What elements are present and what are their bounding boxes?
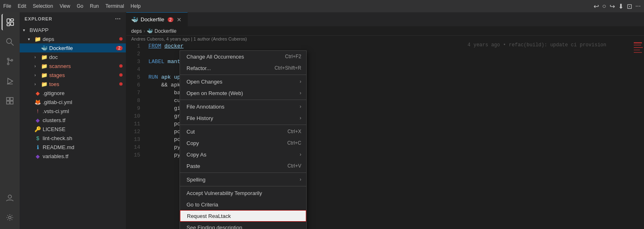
menu-item-change-all[interactable]: Change All Occurrences Ctrl+F2 <box>180 51 306 62</box>
minimap-svg <box>611 42 644 206</box>
chevron-down-icon: ▾ <box>28 37 34 41</box>
chevron-right-icon: › <box>34 82 41 86</box>
svg-rect-21 <box>634 47 643 48</box>
svg-marker-11 <box>8 78 13 84</box>
menu-bar[interactable]: File Edit Selection View Go Run Terminal… <box>3 3 141 9</box>
menu-item-file-annotations[interactable]: File Annotations › <box>180 101 306 112</box>
menu-item-paste[interactable]: Paste Ctrl+V <box>180 160 306 172</box>
settings-activity-icon[interactable] <box>2 209 18 226</box>
tree-root-bwapp[interactable]: ▾ BWAPP <box>20 25 126 34</box>
run-activity-icon[interactable] <box>2 73 18 89</box>
chevron-right-icon: › <box>34 64 41 68</box>
sidebar-item-license[interactable]: ▾ 🔑 LICENSE <box>20 125 126 134</box>
circle-icon[interactable]: ○ <box>602 2 606 10</box>
sidebar-header-icons: ··· <box>115 16 121 22</box>
tree-label-clusters: clusters.tf <box>43 117 126 123</box>
sidebar-title: EXPLORER <box>25 16 52 21</box>
svg-rect-22 <box>634 50 640 50</box>
shell-icon: $ <box>34 135 41 141</box>
breadcrumb-deps[interactable]: deps <box>131 28 142 34</box>
code-line-1: FROM docker <box>148 42 611 50</box>
tab-docker-icon: 🐳 <box>131 16 138 23</box>
menu-item-cut[interactable]: Cut Ctrl+X <box>180 126 306 137</box>
tree-root-label: BWAPP <box>30 27 126 33</box>
svg-rect-19 <box>634 42 642 43</box>
menu-view[interactable]: View <box>59 3 70 9</box>
folder-icon: 📁 <box>41 81 48 87</box>
menu-item-copy[interactable]: Copy Ctrl+C <box>180 137 306 149</box>
badge-dot <box>119 82 123 86</box>
menu-item-request-reattack[interactable]: Request ReaLtack <box>180 210 306 222</box>
tree-label-deps: deps <box>43 36 119 42</box>
breadcrumb-dockerfile[interactable]: Dockerfile <box>155 28 176 34</box>
explorer-activity-icon[interactable] <box>2 14 18 30</box>
title-bar-actions: ↩ ○ ↪ ⬇ ⊡ ··· <box>594 2 641 10</box>
menu-item-open-remote[interactable]: Open on Remote (Web) › <box>180 87 306 99</box>
menu-go[interactable]: Go <box>77 3 83 9</box>
yaml-icon: ! <box>34 108 41 114</box>
info-icon: ℹ <box>34 144 41 150</box>
svg-rect-0 <box>7 19 10 23</box>
menu-item-go-to-criteria[interactable]: Go to Criteria <box>180 199 306 210</box>
sidebar-item-readme[interactable]: ▾ ℹ README.md <box>20 143 126 152</box>
breadcrumb: deps › 🐳 Dockerfile <box>126 27 644 36</box>
svg-rect-3 <box>7 24 10 26</box>
breadcrumb-separator: › <box>143 28 145 34</box>
sidebar-item-scanners[interactable]: › 📁 scanners <box>20 61 126 70</box>
activity-bar <box>0 12 20 229</box>
tree-label-gitlab-ci: .gitlab-ci.yml <box>43 99 126 105</box>
terraform-icon: ◆ <box>34 117 41 123</box>
badge-dot <box>119 73 123 77</box>
folder-icon: 📁 <box>41 72 48 78</box>
menu-item-accept-vuln[interactable]: Accept Vulnerability Temporarily <box>180 187 306 199</box>
search-activity-icon[interactable] <box>2 34 18 50</box>
menu-edit[interactable]: Edit <box>18 3 26 9</box>
sidebar-item-toes[interactable]: › 📁 toes <box>20 79 126 88</box>
sidebar-item-gitlab-ci[interactable]: ▾ 🦊 .gitlab-ci.yml <box>20 97 126 107</box>
menu-selection[interactable]: Selection <box>33 3 53 9</box>
more-icon[interactable]: ··· <box>635 2 641 10</box>
svg-rect-15 <box>7 101 9 104</box>
menu-item-copy-as[interactable]: Copy As › <box>180 149 306 160</box>
badge-dot <box>119 64 123 68</box>
sidebar-item-variables[interactable]: ▾ ◆ variables.tf <box>20 152 126 161</box>
dockerfile-tab[interactable]: 🐳 Dockerfile 2 ✕ <box>126 12 188 26</box>
tree-label-scanners: scanners <box>49 63 119 69</box>
code-editor[interactable]: 1 2 3 4 5 6 7 8 9 10 11 12 13 14 15 FROM… <box>126 42 644 229</box>
menu-help[interactable]: Help <box>131 3 141 9</box>
sidebar-item-gitignore[interactable]: ▾ ◆ .gitignore <box>20 88 126 97</box>
sidebar-item-deps[interactable]: ▾ 📁 deps <box>20 34 126 43</box>
account-activity-icon[interactable] <box>2 190 18 206</box>
tree-label-readme: README.md <box>43 144 126 150</box>
menu-item-see-finding[interactable]: See Finding description <box>180 222 306 229</box>
menu-item-refactor[interactable]: Refactor... Ctrl+Shift+R <box>180 62 306 74</box>
tab-close-icon[interactable]: ✕ <box>176 16 182 24</box>
extensions-activity-icon[interactable] <box>2 93 18 109</box>
sidebar-item-doc[interactable]: › 📁 doc <box>20 52 126 61</box>
menu-item-file-history[interactable]: File History › <box>180 112 306 124</box>
split-icon[interactable]: ⊡ <box>627 2 632 10</box>
menu-file[interactable]: File <box>3 3 11 9</box>
sidebar-item-vsts-ci[interactable]: ▾ ! .vsts-ci.yml <box>20 107 126 116</box>
redo-icon[interactable]: ↪ <box>610 2 615 10</box>
title-bar: File Edit Selection View Go Run Terminal… <box>0 0 644 12</box>
svg-rect-16 <box>10 101 13 104</box>
menu-terminal[interactable]: Terminal <box>105 3 124 9</box>
sidebar-more-icon[interactable]: ··· <box>115 16 121 22</box>
git-blame-bar: Andres Cuberos, 4 years ago | 1 author (… <box>126 36 644 42</box>
svg-point-4 <box>7 39 11 43</box>
svg-line-5 <box>11 43 14 45</box>
tree-label-dockerfile: Dockerfile <box>49 45 116 51</box>
download-icon[interactable]: ⬇ <box>618 2 624 10</box>
sidebar-item-clusters[interactable]: ▾ ◆ clusters.tf <box>20 116 126 125</box>
menu-run[interactable]: Run <box>90 3 99 9</box>
source-control-activity-icon[interactable] <box>2 53 18 70</box>
context-menu[interactable]: Change All Occurrences Ctrl+F2 Refactor.… <box>180 50 307 229</box>
menu-item-open-changes[interactable]: Open Changes › <box>180 76 306 87</box>
menu-item-spelling[interactable]: Spelling › <box>180 174 306 185</box>
sidebar-item-dockerfile[interactable]: ▾ 🐳 Dockerfile 2 <box>20 43 126 52</box>
chevron-right-icon: › <box>34 55 41 59</box>
sidebar-item-stages[interactable]: › 📁 stages <box>20 70 126 79</box>
sidebar-item-lint-check[interactable]: ▾ $ lint-check.sh <box>20 134 126 143</box>
undo-icon[interactable]: ↩ <box>594 2 599 10</box>
